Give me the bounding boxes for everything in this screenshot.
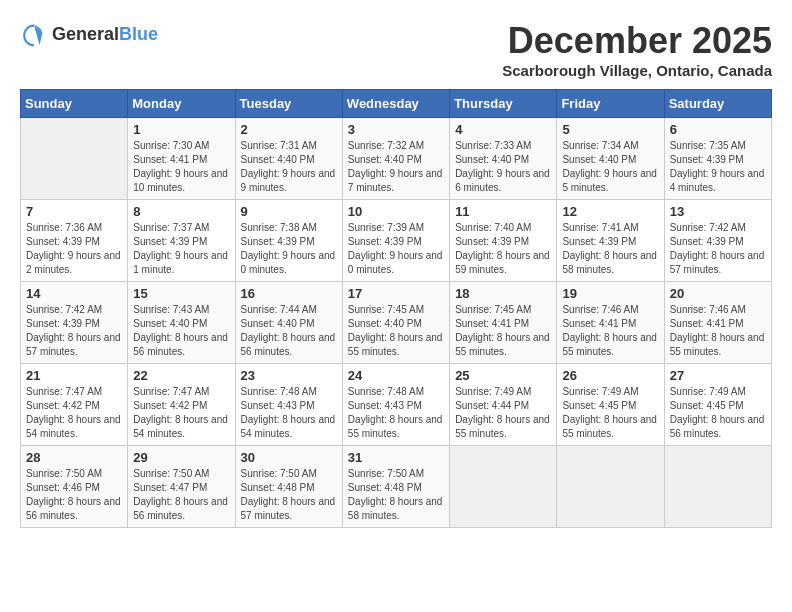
day-info: Sunrise: 7:44 AMSunset: 4:40 PMDaylight:… — [241, 303, 337, 359]
calendar-cell: 5Sunrise: 7:34 AMSunset: 4:40 PMDaylight… — [557, 118, 664, 200]
calendar-cell: 3Sunrise: 7:32 AMSunset: 4:40 PMDaylight… — [342, 118, 449, 200]
day-info: Sunrise: 7:48 AMSunset: 4:43 PMDaylight:… — [348, 385, 444, 441]
day-number: 24 — [348, 368, 444, 383]
day-number: 2 — [241, 122, 337, 137]
day-info: Sunrise: 7:46 AMSunset: 4:41 PMDaylight:… — [670, 303, 766, 359]
calendar-cell: 13Sunrise: 7:42 AMSunset: 4:39 PMDayligh… — [664, 200, 771, 282]
day-info: Sunrise: 7:31 AMSunset: 4:40 PMDaylight:… — [241, 139, 337, 195]
day-info: Sunrise: 7:42 AMSunset: 4:39 PMDaylight:… — [26, 303, 122, 359]
calendar-cell: 22Sunrise: 7:47 AMSunset: 4:42 PMDayligh… — [128, 364, 235, 446]
calendar-cell: 27Sunrise: 7:49 AMSunset: 4:45 PMDayligh… — [664, 364, 771, 446]
logo-icon — [20, 20, 48, 48]
logo: GeneralBlue — [20, 20, 158, 48]
day-number: 16 — [241, 286, 337, 301]
calendar-header-friday: Friday — [557, 90, 664, 118]
day-info: Sunrise: 7:47 AMSunset: 4:42 PMDaylight:… — [133, 385, 229, 441]
calendar-cell — [21, 118, 128, 200]
calendar-week-2: 7Sunrise: 7:36 AMSunset: 4:39 PMDaylight… — [21, 200, 772, 282]
calendar-cell: 4Sunrise: 7:33 AMSunset: 4:40 PMDaylight… — [450, 118, 557, 200]
day-info: Sunrise: 7:43 AMSunset: 4:40 PMDaylight:… — [133, 303, 229, 359]
day-number: 21 — [26, 368, 122, 383]
calendar-header-row: SundayMondayTuesdayWednesdayThursdayFrid… — [21, 90, 772, 118]
day-number: 4 — [455, 122, 551, 137]
day-info: Sunrise: 7:38 AMSunset: 4:39 PMDaylight:… — [241, 221, 337, 277]
calendar-cell: 31Sunrise: 7:50 AMSunset: 4:48 PMDayligh… — [342, 446, 449, 528]
location: Scarborough Village, Ontario, Canada — [502, 62, 772, 79]
calendar-cell: 2Sunrise: 7:31 AMSunset: 4:40 PMDaylight… — [235, 118, 342, 200]
calendar-table: SundayMondayTuesdayWednesdayThursdayFrid… — [20, 89, 772, 528]
day-info: Sunrise: 7:46 AMSunset: 4:41 PMDaylight:… — [562, 303, 658, 359]
calendar-cell: 21Sunrise: 7:47 AMSunset: 4:42 PMDayligh… — [21, 364, 128, 446]
calendar-header-thursday: Thursday — [450, 90, 557, 118]
day-info: Sunrise: 7:48 AMSunset: 4:43 PMDaylight:… — [241, 385, 337, 441]
day-number: 10 — [348, 204, 444, 219]
day-info: Sunrise: 7:34 AMSunset: 4:40 PMDaylight:… — [562, 139, 658, 195]
calendar-cell: 6Sunrise: 7:35 AMSunset: 4:39 PMDaylight… — [664, 118, 771, 200]
day-number: 1 — [133, 122, 229, 137]
calendar-week-4: 21Sunrise: 7:47 AMSunset: 4:42 PMDayligh… — [21, 364, 772, 446]
calendar-cell: 1Sunrise: 7:30 AMSunset: 4:41 PMDaylight… — [128, 118, 235, 200]
day-number: 23 — [241, 368, 337, 383]
day-info: Sunrise: 7:35 AMSunset: 4:39 PMDaylight:… — [670, 139, 766, 195]
logo-text: GeneralBlue — [52, 24, 158, 45]
calendar-cell: 16Sunrise: 7:44 AMSunset: 4:40 PMDayligh… — [235, 282, 342, 364]
day-info: Sunrise: 7:49 AMSunset: 4:44 PMDaylight:… — [455, 385, 551, 441]
day-number: 14 — [26, 286, 122, 301]
calendar-header-tuesday: Tuesday — [235, 90, 342, 118]
day-info: Sunrise: 7:50 AMSunset: 4:48 PMDaylight:… — [241, 467, 337, 523]
day-info: Sunrise: 7:50 AMSunset: 4:46 PMDaylight:… — [26, 467, 122, 523]
day-number: 28 — [26, 450, 122, 465]
day-number: 13 — [670, 204, 766, 219]
logo-general: General — [52, 24, 119, 44]
calendar-cell: 28Sunrise: 7:50 AMSunset: 4:46 PMDayligh… — [21, 446, 128, 528]
calendar-cell: 29Sunrise: 7:50 AMSunset: 4:47 PMDayligh… — [128, 446, 235, 528]
day-number: 11 — [455, 204, 551, 219]
day-number: 26 — [562, 368, 658, 383]
calendar-header-sunday: Sunday — [21, 90, 128, 118]
calendar-cell — [557, 446, 664, 528]
day-number: 3 — [348, 122, 444, 137]
calendar-cell — [450, 446, 557, 528]
calendar-cell: 24Sunrise: 7:48 AMSunset: 4:43 PMDayligh… — [342, 364, 449, 446]
day-number: 12 — [562, 204, 658, 219]
day-info: Sunrise: 7:49 AMSunset: 4:45 PMDaylight:… — [670, 385, 766, 441]
day-info: Sunrise: 7:32 AMSunset: 4:40 PMDaylight:… — [348, 139, 444, 195]
day-number: 20 — [670, 286, 766, 301]
day-number: 8 — [133, 204, 229, 219]
calendar-cell: 15Sunrise: 7:43 AMSunset: 4:40 PMDayligh… — [128, 282, 235, 364]
calendar-week-5: 28Sunrise: 7:50 AMSunset: 4:46 PMDayligh… — [21, 446, 772, 528]
day-number: 15 — [133, 286, 229, 301]
calendar-cell: 10Sunrise: 7:39 AMSunset: 4:39 PMDayligh… — [342, 200, 449, 282]
calendar-cell: 20Sunrise: 7:46 AMSunset: 4:41 PMDayligh… — [664, 282, 771, 364]
calendar-cell: 23Sunrise: 7:48 AMSunset: 4:43 PMDayligh… — [235, 364, 342, 446]
day-info: Sunrise: 7:39 AMSunset: 4:39 PMDaylight:… — [348, 221, 444, 277]
day-info: Sunrise: 7:49 AMSunset: 4:45 PMDaylight:… — [562, 385, 658, 441]
day-number: 5 — [562, 122, 658, 137]
calendar-week-1: 1Sunrise: 7:30 AMSunset: 4:41 PMDaylight… — [21, 118, 772, 200]
day-number: 6 — [670, 122, 766, 137]
calendar-cell: 8Sunrise: 7:37 AMSunset: 4:39 PMDaylight… — [128, 200, 235, 282]
day-number: 30 — [241, 450, 337, 465]
day-info: Sunrise: 7:36 AMSunset: 4:39 PMDaylight:… — [26, 221, 122, 277]
day-info: Sunrise: 7:30 AMSunset: 4:41 PMDaylight:… — [133, 139, 229, 195]
day-number: 27 — [670, 368, 766, 383]
calendar-header-monday: Monday — [128, 90, 235, 118]
calendar-cell: 14Sunrise: 7:42 AMSunset: 4:39 PMDayligh… — [21, 282, 128, 364]
day-number: 22 — [133, 368, 229, 383]
day-number: 25 — [455, 368, 551, 383]
calendar-cell: 7Sunrise: 7:36 AMSunset: 4:39 PMDaylight… — [21, 200, 128, 282]
day-number: 29 — [133, 450, 229, 465]
day-info: Sunrise: 7:37 AMSunset: 4:39 PMDaylight:… — [133, 221, 229, 277]
day-info: Sunrise: 7:42 AMSunset: 4:39 PMDaylight:… — [670, 221, 766, 277]
day-info: Sunrise: 7:50 AMSunset: 4:47 PMDaylight:… — [133, 467, 229, 523]
day-number: 9 — [241, 204, 337, 219]
calendar-cell: 17Sunrise: 7:45 AMSunset: 4:40 PMDayligh… — [342, 282, 449, 364]
calendar-cell: 30Sunrise: 7:50 AMSunset: 4:48 PMDayligh… — [235, 446, 342, 528]
day-info: Sunrise: 7:45 AMSunset: 4:41 PMDaylight:… — [455, 303, 551, 359]
day-number: 7 — [26, 204, 122, 219]
day-info: Sunrise: 7:50 AMSunset: 4:48 PMDaylight:… — [348, 467, 444, 523]
calendar-week-3: 14Sunrise: 7:42 AMSunset: 4:39 PMDayligh… — [21, 282, 772, 364]
day-number: 17 — [348, 286, 444, 301]
day-info: Sunrise: 7:40 AMSunset: 4:39 PMDaylight:… — [455, 221, 551, 277]
calendar-cell: 26Sunrise: 7:49 AMSunset: 4:45 PMDayligh… — [557, 364, 664, 446]
